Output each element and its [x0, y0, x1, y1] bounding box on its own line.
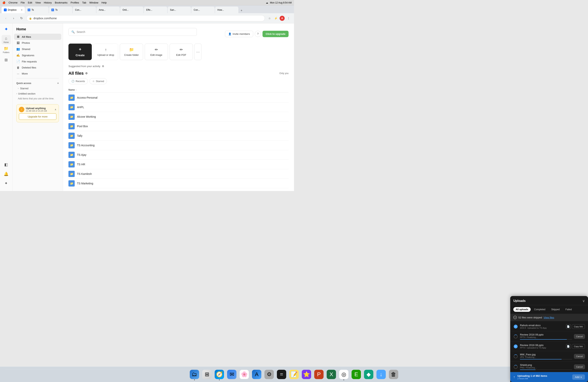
file-row[interactable]: 📁 TS Marketing	[68, 179, 289, 188]
bookmark-icon[interactable]: ☆	[267, 16, 272, 21]
edit-image-button[interactable]: ✏ Edit image	[145, 43, 168, 60]
file-row[interactable]: 📁 AHPL	[68, 103, 289, 112]
sidebar-icon-grid[interactable]: ⊞	[1, 55, 11, 64]
tab3-label: Ts	[55, 9, 70, 11]
main-content: 🔍 👤 Invite members ? Click to upgrade + …	[63, 23, 294, 191]
lock-icon: 🔒	[29, 17, 32, 20]
file-name-4: Pool Box	[77, 125, 88, 128]
tab-10[interactable]: How...	[215, 7, 238, 13]
tab-5[interactable]: Ama...	[96, 7, 120, 13]
edit-pdf-label: Edit PDF	[176, 53, 186, 56]
upload-card-chevron[interactable]: ∧	[55, 108, 56, 111]
menu-dots[interactable]: ⋮	[286, 16, 291, 21]
more-actions-button[interactable]: ⋯	[194, 43, 201, 60]
sidebar-icon-home[interactable]: ⌂ Home	[1, 35, 11, 44]
create-folder-button[interactable]: 📁 Create folder	[120, 43, 143, 60]
upload-card-header: ↑ Upload anything 11.98 GB of 14.25 GB ∧	[19, 107, 56, 112]
help-icon[interactable]: ?	[255, 31, 261, 37]
tab-close[interactable]: ✕	[21, 9, 22, 11]
create-plus-icon: +	[79, 47, 82, 52]
menu-window[interactable]: Window	[89, 1, 98, 4]
tab-6[interactable]: Onli...	[120, 7, 144, 13]
file-row[interactable]: 📁 Alcove Working	[68, 112, 289, 122]
file-row[interactable]: 📁 TS HR	[68, 160, 289, 169]
upload-card-subtitle: 11.98 GB of 14.25 GB	[26, 110, 47, 112]
app-container: ✦ ⌂ Home 📁 Folders ⊞ ◧ 🔔 ✦ Home ⊞	[0, 23, 294, 191]
file-row[interactable]: 📁 TS Kamlesh	[68, 169, 289, 179]
tab-2[interactable]: TTs	[25, 7, 49, 13]
file-row[interactable]: 📁 Access-Personal	[68, 93, 289, 103]
menu-history[interactable]: History	[44, 1, 52, 4]
tab7-label: Effe...	[146, 9, 165, 11]
invite-members-button[interactable]: 👤 Invite members	[225, 31, 253, 37]
extensions-icon[interactable]: ⚡	[273, 16, 278, 21]
nav-item-starred[interactable]: › Starred	[14, 86, 61, 91]
tab-dropbox[interactable]: ✦ Dropbox ✕	[1, 7, 25, 13]
quick-access-header: Quick access +	[14, 80, 61, 86]
search-bar[interactable]: 🔍	[68, 28, 197, 36]
recents-tab[interactable]: 🕐 Recents	[68, 78, 88, 84]
nav-item-more[interactable]: ··· More	[14, 71, 61, 77]
all-files-icon: ⊞	[16, 35, 20, 39]
sidebar-icon-dropbox-small[interactable]: ✦	[1, 179, 11, 188]
nav-item-photos[interactable]: 🖼 Photos	[14, 40, 61, 46]
file-row[interactable]: 📁 Tally	[68, 131, 289, 141]
tab5-label: Ama...	[99, 9, 117, 11]
forward-button[interactable]: ›	[11, 16, 16, 21]
tab-3[interactable]: TTs	[49, 7, 72, 13]
file-row[interactable]: 📁 TS Ajay	[68, 150, 289, 160]
suggested-settings-icon[interactable]: ⚙	[102, 65, 104, 68]
sidebar-icon-panel[interactable]: ◧	[1, 160, 11, 169]
click-to-upgrade-button[interactable]: Click to upgrade	[262, 31, 289, 37]
search-input[interactable]	[77, 30, 194, 33]
menu-view[interactable]: View	[35, 1, 41, 4]
filter-tabs: 🕐 Recents ☆ Starred	[68, 78, 289, 84]
profile-icon[interactable]: A	[280, 16, 285, 21]
starred-icon: ☆	[92, 80, 95, 83]
url-bar[interactable]: 🔒 dropbox.com/home	[26, 15, 265, 21]
file-table-header: Name ↑	[68, 87, 289, 93]
tab-9[interactable]: Con...	[191, 7, 215, 13]
nav-item-all-files[interactable]: ⊞ All files	[14, 34, 61, 40]
menu-edit[interactable]: Edit	[28, 1, 32, 4]
menu-chrome[interactable]: Chrome	[9, 1, 18, 4]
menu-file[interactable]: File	[21, 1, 25, 4]
starred-label: Starred	[20, 87, 28, 90]
nav-item-signatures[interactable]: ✍ Signatures	[14, 52, 61, 58]
name-column-header[interactable]: Name ↑	[68, 88, 286, 91]
starred-tab[interactable]: ☆ Starred	[89, 78, 107, 84]
tab-8[interactable]: San...	[168, 7, 191, 13]
invite-icon: 👤	[228, 32, 231, 35]
nav-item-shared[interactable]: 👥 Shared	[14, 46, 61, 52]
folder-icon-9: 📁	[68, 171, 75, 177]
tab-4[interactable]: Con...	[73, 7, 96, 13]
quick-access-add[interactable]: +	[57, 82, 59, 85]
menu-tab[interactable]: Tab	[82, 1, 86, 4]
apple-menu[interactable]: 🍎	[2, 1, 5, 4]
upload-or-drop-button[interactable]: ↑ Upload or drop	[93, 43, 118, 60]
back-button[interactable]: ‹	[3, 16, 9, 21]
new-tab-button[interactable]: +	[239, 8, 244, 13]
all-files-gear-icon[interactable]: ⚙	[85, 72, 88, 75]
reload-button[interactable]: ↻	[19, 16, 24, 21]
edit-pdf-button[interactable]: ✏ Edit PDF	[169, 43, 193, 60]
tab-7[interactable]: Effe...	[144, 7, 167, 13]
sidebar-icon-folders[interactable]: 📁 Folders	[1, 45, 11, 54]
file-list: 📁 Access-Personal 📁 AHPL 📁 Alcove Workin…	[68, 93, 289, 188]
sidebar-icon-bell[interactable]: 🔔	[1, 169, 11, 179]
nav-item-deleted-files[interactable]: 🗑 Deleted files	[14, 64, 61, 71]
untitled-section[interactable]: ‹ Untitled section	[14, 91, 61, 96]
create-button[interactable]: + Create	[68, 43, 92, 60]
file-row[interactable]: 📁 Pool Box	[68, 122, 289, 131]
tab4-label: Con...	[75, 9, 94, 11]
menu-help[interactable]: Help	[102, 1, 107, 4]
dropbox-small-icon: ✦	[4, 181, 8, 186]
file-name-3: Alcove Working	[77, 115, 96, 118]
file-row[interactable]: 📁 TS Accounting	[68, 141, 289, 150]
invite-label: Invite members	[232, 32, 250, 35]
nav-item-file-requests[interactable]: 📄 File requests	[14, 58, 61, 64]
menu-bookmarks[interactable]: Bookmarks	[55, 1, 67, 4]
menu-profiles[interactable]: Profiles	[71, 1, 79, 4]
dropbox-logo: ✦	[4, 26, 8, 32]
upgrade-for-more-button[interactable]: Upgrade for more	[19, 113, 56, 120]
